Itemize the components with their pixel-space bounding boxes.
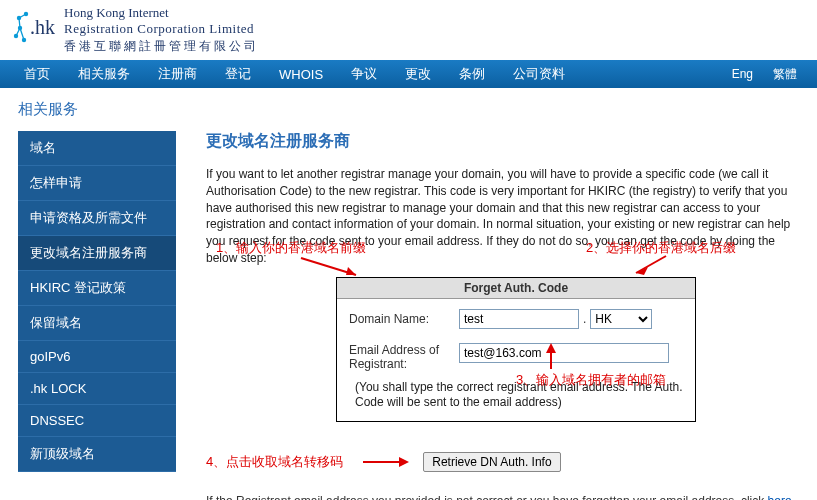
email-label-1: Email Address of — [349, 343, 459, 357]
nav-registrar[interactable]: 注册商 — [144, 65, 211, 83]
sidebar-item-change-registrar[interactable]: 更改域名注册服务商 — [18, 236, 176, 271]
arrow-2-icon — [626, 251, 676, 281]
logo-text: Hong Kong Internet Registration Corporat… — [64, 5, 259, 55]
domain-label: Domain Name: — [349, 312, 459, 326]
lang-trad[interactable]: 繁體 — [763, 66, 807, 83]
arrow-1-icon — [296, 253, 366, 283]
nav-company[interactable]: 公司资料 — [499, 65, 579, 83]
nav-dispute[interactable]: 争议 — [337, 65, 391, 83]
sidebar-item-goipv6[interactable]: goIPv6 — [18, 341, 176, 373]
nav-home[interactable]: 首页 — [10, 65, 64, 83]
page-subtitle: 相关服务 — [0, 88, 817, 131]
auth-code-form: Forget Auth. Code Domain Name: . HK Emai… — [336, 277, 696, 422]
nav-register[interactable]: 登记 — [211, 65, 265, 83]
logo: .hk Hong Kong Internet Registration Corp… — [12, 5, 259, 55]
logo-icon: .hk — [12, 10, 58, 50]
page-title: 更改域名注册服务商 — [206, 131, 799, 152]
sidebar: 域名 怎样申请 申请资格及所需文件 更改域名注册服务商 HKIRC 登记政策 保… — [18, 131, 176, 500]
suffix-select[interactable]: HK — [590, 309, 652, 329]
svg-marker-7 — [346, 267, 356, 275]
logo-en-line2: Registration Corporation Limited — [64, 21, 259, 37]
nav-change[interactable]: 更改 — [391, 65, 445, 83]
main-content: 更改域名注册服务商 If you want to let another reg… — [206, 131, 817, 500]
svg-text:.hk: .hk — [30, 16, 55, 38]
logo-en-line1: Hong Kong Internet — [64, 5, 259, 21]
sidebar-item-eligibility[interactable]: 申请资格及所需文件 — [18, 201, 176, 236]
retrieve-button[interactable]: Retrieve DN Auth. Info — [423, 452, 560, 472]
email-label-2: Registrant: — [349, 357, 459, 371]
arrow-4-icon — [361, 455, 411, 469]
svg-marker-11 — [546, 343, 556, 353]
annotation-3: 3、输入域名拥有者的邮箱 — [516, 371, 666, 389]
sidebar-item-hklock[interactable]: .hk LOCK — [18, 373, 176, 405]
sidebar-item-domain[interactable]: 域名 — [18, 131, 176, 166]
logo-zh: 香港互聯網註冊管理有限公司 — [64, 38, 259, 55]
dot-separator: . — [583, 312, 586, 326]
annotation-4: 4、点击收取域名转移码 — [206, 453, 343, 471]
header: .hk Hong Kong Internet Registration Corp… — [0, 0, 817, 60]
lang-eng[interactable]: Eng — [722, 67, 763, 81]
footer-paragraph: If the Registrant email address you prov… — [206, 494, 799, 500]
nav-services[interactable]: 相关服务 — [64, 65, 144, 83]
nav-whois[interactable]: WHOIS — [265, 67, 337, 82]
svg-line-8 — [636, 256, 666, 273]
sidebar-item-dnssec[interactable]: DNSSEC — [18, 405, 176, 437]
sidebar-item-apply[interactable]: 怎样申请 — [18, 166, 176, 201]
sidebar-item-reserved[interactable]: 保留域名 — [18, 306, 176, 341]
svg-marker-13 — [399, 457, 409, 467]
arrow-3-icon — [536, 341, 566, 371]
here-link[interactable]: here — [768, 494, 792, 500]
top-nav: 首页 相关服务 注册商 登记 WHOIS 争议 更改 条例 公司资料 Eng 繁… — [0, 60, 817, 88]
domain-input[interactable] — [459, 309, 579, 329]
nav-rules[interactable]: 条例 — [445, 65, 499, 83]
sidebar-item-hkirc-policy[interactable]: HKIRC 登记政策 — [18, 271, 176, 306]
sidebar-item-newtld[interactable]: 新顶级域名 — [18, 437, 176, 472]
